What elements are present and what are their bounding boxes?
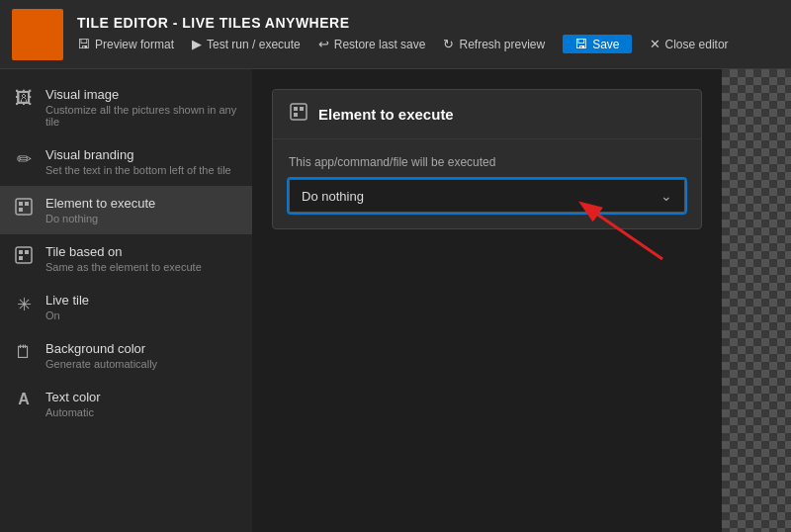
svg-line-13 (583, 205, 662, 259)
svg-rect-3 (19, 208, 23, 212)
sidebar-item-visual-image[interactable]: 🖼 Visual image Customize all the picture… (0, 77, 252, 137)
sidebar-item-element-to-execute[interactable]: Element to execute Do nothing (0, 186, 252, 234)
visual-branding-icon: ✏ (14, 148, 34, 170)
app-logo (12, 9, 63, 60)
svg-rect-7 (19, 256, 23, 260)
svg-rect-1 (19, 202, 23, 206)
save-icon: 🖫 (574, 37, 587, 51)
svg-rect-10 (300, 107, 304, 111)
sidebar-item-tile-based-text: Tile based on Same as the element to exe… (45, 244, 202, 273)
sidebar-item-text-color-text: Text color Automatic (45, 390, 101, 418)
app-title: TILE EDITOR - LIVE TILES ANYWHERE (77, 15, 729, 31)
element-to-execute-icon (14, 197, 34, 222)
restore-icon: ↩ (318, 37, 329, 51)
svg-rect-0 (16, 199, 32, 215)
preview-format-icon: 🖫 (77, 37, 90, 51)
header-actions: 🖫 Preview format ▶ Test run / execute ↩ … (77, 35, 729, 53)
refresh-icon: ↻ (443, 37, 454, 51)
close-editor-button[interactable]: ✕ Close editor (650, 37, 729, 51)
sidebar-item-element-text: Element to execute Do nothing (45, 196, 155, 224)
preview-format-button[interactable]: 🖫 Preview format (77, 37, 174, 51)
sidebar-item-visual-image-text: Visual image Customize all the pictures … (45, 87, 238, 128)
sidebar-item-live-tile-text: Live tile On (45, 293, 89, 321)
main-panel: Element to execute This app/command/file… (252, 69, 791, 532)
dialog-title: Element to execute (318, 106, 454, 123)
arrow-svg (564, 190, 682, 269)
sidebar-item-tile-based-on[interactable]: Tile based on Same as the element to exe… (0, 234, 252, 283)
sidebar-item-text-color[interactable]: A Text color Automatic (0, 380, 252, 428)
close-icon: ✕ (650, 37, 660, 51)
sidebar-item-bg-color-text: Background color Generate automatically (45, 341, 157, 370)
sidebar-item-visual-branding-text: Visual branding Set the text in the bott… (45, 147, 231, 176)
tile-based-on-icon (14, 245, 34, 270)
refresh-button[interactable]: ↻ Refresh preview (443, 37, 545, 51)
svg-rect-9 (294, 107, 298, 111)
dialog-header: Element to execute (273, 90, 701, 139)
sidebar: 🖼 Visual image Customize all the picture… (0, 69, 252, 532)
app-body: 🖼 Visual image Customize all the picture… (0, 69, 791, 532)
background-color-icon: 🗒 (14, 342, 34, 363)
svg-rect-8 (291, 104, 307, 120)
svg-rect-4 (16, 247, 32, 263)
visual-image-icon: 🖼 (14, 88, 34, 109)
header-right: TILE EDITOR - LIVE TILES ANYWHERE 🖫 Prev… (77, 15, 729, 53)
svg-rect-6 (25, 250, 29, 254)
sidebar-item-visual-branding[interactable]: ✏ Visual branding Set the text in the bo… (0, 137, 252, 186)
test-run-icon: ▶ (192, 37, 202, 51)
test-run-button[interactable]: ▶ Test run / execute (192, 37, 301, 51)
text-color-icon: A (14, 391, 34, 408)
svg-rect-5 (19, 250, 23, 254)
content-panel: Element to execute This app/command/file… (252, 69, 722, 532)
sidebar-item-background-color[interactable]: 🗒 Background color Generate automaticall… (0, 331, 252, 380)
app-header: TILE EDITOR - LIVE TILES ANYWHERE 🖫 Prev… (0, 0, 791, 69)
save-button[interactable]: 🖫 Save (563, 35, 631, 53)
dropdown-value: Do nothing (302, 189, 364, 204)
sidebar-item-live-tile[interactable]: ✳ Live tile On (0, 283, 252, 331)
live-tile-icon: ✳ (14, 294, 34, 315)
checkerboard-panel (722, 69, 791, 532)
svg-rect-11 (294, 113, 298, 117)
restore-button[interactable]: ↩ Restore last save (318, 37, 426, 51)
svg-rect-2 (25, 202, 29, 206)
dialog-description: This app/command/file will be executed (289, 155, 685, 169)
dialog-header-icon (289, 102, 308, 127)
